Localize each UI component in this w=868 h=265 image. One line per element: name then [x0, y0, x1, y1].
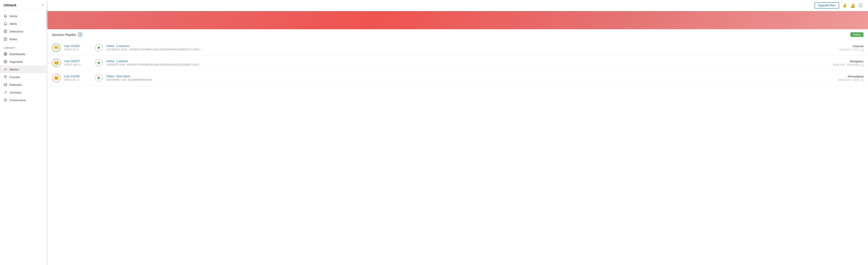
sidebar-item-label-alerts: Alerts: [9, 22, 17, 26]
sidebar-header[interactable]: UXHack ▾: [0, 0, 47, 10]
user-info: User 131905 SINCE JUL 4: [64, 44, 91, 51]
avatar: 😊: [52, 74, 61, 82]
hand-icon[interactable]: ✌: [842, 3, 847, 8]
sidebar-item-home[interactable]: Home: [0, 12, 47, 20]
sidebar-item-segments[interactable]: Segments: [0, 58, 47, 66]
playlist-header: Session Playlist Online: [48, 29, 868, 40]
monitor-icon: [861, 64, 864, 66]
sidebar-item-detections[interactable]: Detections: [0, 28, 47, 35]
sidebar-item-metrics[interactable]: Metrics: [0, 66, 47, 73]
location-city: Chennai: [834, 44, 864, 48]
user-since: SINCE JUN 21: [64, 63, 91, 66]
sidebar-item-label-dashboards: Dashboards: [9, 53, 25, 56]
play-button[interactable]: [95, 74, 103, 82]
location-info: Chennai DESKTOP · OS X: [834, 44, 864, 51]
sidebar-item-notes[interactable]: Notes: [0, 35, 47, 43]
help-icon[interactable]: ⓘ: [859, 3, 863, 8]
playlist-title: Session Playlist: [52, 33, 76, 37]
topbar: Upgrade Plan ✌ 🔔 ⓘ: [48, 0, 868, 11]
home-icon: [4, 14, 7, 18]
content-area: Session Playlist Online 😁 User 131905 SI…: [48, 29, 868, 265]
sidebar-item-conversions[interactable]: Conversions: [0, 96, 47, 104]
table-row: 😊 User 129375 SINCE JUN 21 Online · 1 se…: [48, 55, 868, 70]
sidebar-item-label-detections: Detections: [9, 30, 23, 33]
sidebar-nav: HomeAlertsDetectionsNotes Library Dashbo…: [0, 10, 47, 106]
sidebar-item-label-funnels: Funnels: [9, 75, 20, 79]
sidebar-item-label-home: Home: [9, 14, 18, 18]
sidebar-item-label-metrics: Metrics: [9, 68, 19, 71]
location-info: Ahmedabad DESKTOP · LINUX: [834, 75, 864, 81]
location-meta: DESKTOP · LINUX: [834, 78, 864, 81]
user-name[interactable]: User 131905: [64, 44, 91, 48]
sidebar-item-journeys[interactable]: Journeys: [0, 89, 47, 96]
journeys-icon: [4, 91, 7, 94]
sidebar-item-label-segments: Segments: [9, 60, 23, 64]
play-button-area[interactable]: [95, 44, 103, 52]
play-triangle-icon: [98, 46, 100, 49]
session-info: Online · 2 sessions 14 EVENTS· 34:24 · /…: [106, 44, 831, 51]
play-button[interactable]: [95, 59, 103, 67]
monitor-icon: [861, 49, 864, 51]
avatar: 😁: [52, 43, 61, 52]
notes-icon: [4, 37, 7, 41]
alerts-icon: [4, 22, 7, 26]
retention-icon: [4, 83, 7, 87]
sidebar-item-label-conversions: Conversions: [9, 99, 26, 102]
play-button[interactable]: [95, 44, 103, 52]
table-row: 😁 User 131905 SINCE JUL 4 Online · 2 ses…: [48, 40, 868, 55]
sidebar: UXHack ▾ HomeAlertsDetectionsNotes Libra…: [0, 0, 48, 265]
location-city: Ahmedabad: [834, 75, 864, 78]
sidebar-item-funnels[interactable]: Funnels: [0, 73, 47, 81]
red-banner: [48, 11, 868, 29]
nav-items: HomeAlertsDetectionsNotes: [0, 12, 47, 43]
bell-icon[interactable]: 🔔: [850, 3, 855, 8]
sidebar-item-dashboards[interactable]: Dashboards: [0, 50, 47, 58]
session-status: Online · 1 session: [106, 60, 829, 63]
svg-rect-6: [4, 60, 7, 63]
sidebar-scroll: HomeAlertsDetectionsNotes Library Dashbo…: [0, 10, 47, 265]
upgrade-plan-button[interactable]: Upgrade Plan: [814, 2, 839, 8]
app-name: UXHack: [4, 3, 42, 7]
sidebar-item-label-retention: Retention: [9, 83, 22, 87]
sidebar-item-retention[interactable]: Retention: [0, 81, 47, 89]
segments-icon: [4, 60, 7, 64]
session-status: Online · 2 sessions: [106, 44, 831, 48]
session-details: 4 EVENTS· 0:44 · /PRODUCT/PHONEPE/CHALLE…: [106, 63, 829, 66]
detections-icon: [4, 30, 7, 33]
svg-rect-3: [6, 53, 7, 54]
play-triangle-icon: [98, 61, 100, 64]
scroll-thumb[interactable]: [46, 9, 47, 27]
library-section-label: Library: [0, 43, 47, 50]
funnels-icon: [4, 75, 7, 79]
user-since: SINCE JUL 4: [64, 48, 91, 51]
location-city: Bengaluru: [833, 60, 864, 63]
play-triangle-icon: [98, 76, 100, 79]
location-meta: DESKTOP · OS X: [834, 48, 864, 51]
chevron-down-icon: ▾: [42, 4, 43, 6]
sidebar-item-label-notes: Notes: [9, 37, 17, 41]
user-info: User 129375 SINCE JUN 21: [64, 60, 91, 66]
scroll-track: [46, 0, 47, 265]
user-since: SINCE JUL 4: [64, 78, 91, 81]
metrics-icon: [4, 68, 7, 71]
online-badge: Online: [850, 32, 864, 37]
play-button-area[interactable]: [95, 74, 103, 82]
user-name[interactable]: User 129375: [64, 60, 91, 63]
session-details: 24 EVENTS· 6:39 · /ELDORADO/PLANS/: [106, 78, 831, 81]
monitor-icon: [861, 79, 864, 81]
library-items: DashboardsSegmentsMetricsFunnelsRetentio…: [0, 50, 47, 104]
dashboards-icon: [4, 52, 7, 56]
sidebar-item-alerts[interactable]: Alerts: [0, 20, 47, 28]
user-name[interactable]: User 131945: [64, 75, 91, 78]
conversions-icon: [4, 98, 7, 102]
avatar: 😊: [52, 59, 61, 67]
session-info: Online · New visitor! 24 EVENTS· 6:39 · …: [106, 75, 831, 81]
svg-rect-5: [6, 54, 7, 55]
svg-rect-4: [4, 54, 5, 55]
sessions-container: 😁 User 131905 SINCE JUL 4 Online · 2 ses…: [48, 40, 868, 86]
user-info: User 131945 SINCE JUL 4: [64, 75, 91, 81]
table-row: 😊 User 131945 SINCE JUL 4 Online · New v…: [48, 70, 868, 86]
play-button-area[interactable]: [95, 59, 103, 67]
session-details: 14 EVENTS· 34:24 · /PRODUCT/FIGMA/CHALLE…: [106, 48, 831, 51]
session-status: Online · New visitor!: [106, 75, 831, 78]
